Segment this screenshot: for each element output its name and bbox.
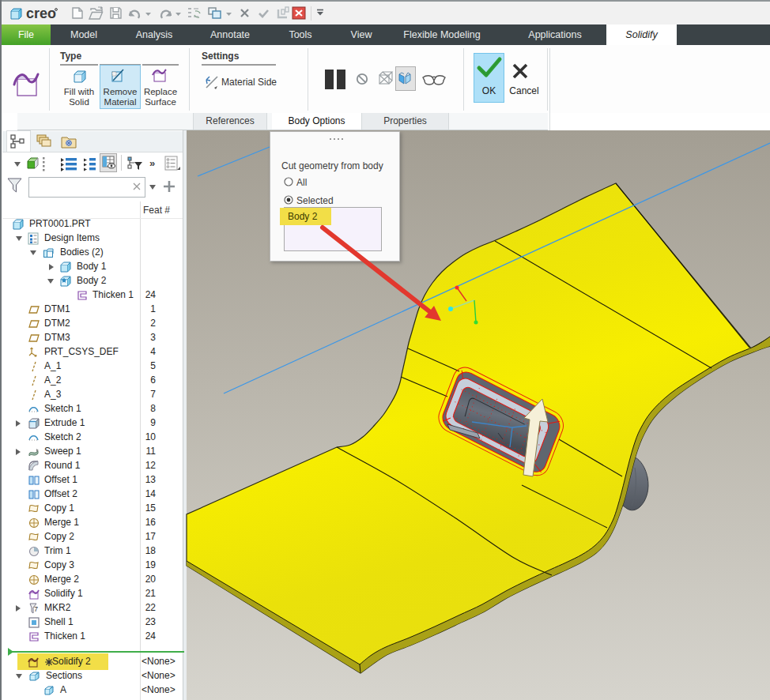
svg-text:creo: creo — [26, 6, 56, 21]
svg-text:7: 7 — [34, 605, 38, 613]
